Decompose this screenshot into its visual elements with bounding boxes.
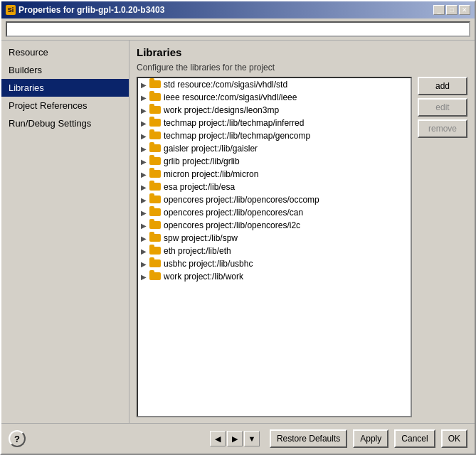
lib-name: eth project:/lib/eth <box>164 246 231 256</box>
title-bar-left: Si Properties for grlib-gpl-1.0.20-b3403 <box>6 5 164 15</box>
sidebar-item-builders[interactable]: Builders <box>1 61 129 79</box>
lib-name: grlib project:/lib/grlib <box>164 156 240 166</box>
expand-arrow-icon: ▶ <box>141 247 149 255</box>
main-panel: Libraries Configure the libraries for th… <box>129 41 475 423</box>
folder-icon <box>149 208 161 216</box>
lib-name: opencores project:/lib/opencores/occomp <box>164 195 319 205</box>
libraries-list[interactable]: ▶ std resource:/com/sigasi/vhdl/std ▶ ie… <box>137 77 412 417</box>
folder-icon <box>149 196 161 203</box>
list-item[interactable]: ▶ work project:/lib/work <box>138 270 411 283</box>
lib-name: usbhc project:/lib/usbhc <box>164 259 253 269</box>
list-item[interactable]: ▶ ieee resource:/com/sigasi/vhdl/ieee <box>138 91 411 104</box>
close-button[interactable]: ✕ <box>459 5 470 15</box>
list-item[interactable]: ▶ gaisler project:/lib/gaisler <box>138 142 411 155</box>
lib-name: techmap project:/lib/techmap/inferred <box>164 118 304 128</box>
ok-button[interactable]: OK <box>441 429 467 448</box>
nav-arrows: ◀ ▶ ▼ <box>210 431 260 446</box>
lib-name: spw project:/lib/spw <box>164 233 238 243</box>
restore-defaults-button[interactable]: Restore Defaults <box>270 429 347 448</box>
help-button[interactable]: ? <box>9 430 26 447</box>
sidebar-item-libraries[interactable]: Libraries <box>1 79 129 97</box>
cancel-button[interactable]: Cancel <box>394 429 435 448</box>
nav-forward-button[interactable]: ▶ <box>227 431 243 446</box>
lib-name: gaisler project:/lib/gaisler <box>164 144 258 154</box>
sidebar-item-run-debug[interactable]: Run/Debug Settings <box>1 114 129 132</box>
folder-icon <box>149 132 161 139</box>
expand-arrow-icon: ▶ <box>141 235 149 242</box>
folder-icon <box>149 170 161 178</box>
expand-arrow-icon: ▶ <box>141 119 149 127</box>
folder-icon <box>149 106 161 114</box>
expand-arrow-icon: ▶ <box>141 260 149 268</box>
lib-name: esa project:/lib/esa <box>164 182 235 192</box>
lib-name: work project:/designs/leon3mp <box>164 105 279 115</box>
expand-arrow-icon: ▶ <box>141 273 149 281</box>
expand-arrow-icon: ▶ <box>141 132 149 140</box>
expand-arrow-icon: ▶ <box>141 158 149 166</box>
lib-name: std resource:/com/sigasi/vhdl/std <box>164 80 287 90</box>
expand-arrow-icon: ▶ <box>141 94 149 102</box>
list-item[interactable]: ▶ esa project:/lib/esa <box>138 181 411 193</box>
list-item[interactable]: ▶ eth project:/lib/eth <box>138 245 411 257</box>
expand-arrow-icon: ▶ <box>141 183 149 191</box>
folder-icon <box>149 144 161 152</box>
expand-arrow-icon: ▶ <box>141 209 149 217</box>
search-bar <box>1 18 475 41</box>
list-item[interactable]: ▶ opencores project:/lib/opencores/occom… <box>138 193 411 206</box>
expand-arrow-icon: ▶ <box>141 171 149 178</box>
expand-arrow-icon: ▶ <box>141 81 149 89</box>
libraries-container: ▶ std resource:/com/sigasi/vhdl/std ▶ ie… <box>137 77 467 417</box>
apply-button[interactable]: Apply <box>353 429 388 448</box>
lib-name: opencores project:/lib/opencores/i2c <box>164 220 300 230</box>
list-item[interactable]: ▶ techmap project:/lib/techmap/inferred <box>138 117 411 129</box>
sidebar-item-project-references[interactable]: Project References <box>1 97 129 114</box>
title-bar: Si Properties for grlib-gpl-1.0.20-b3403… <box>1 1 475 18</box>
folder-icon <box>149 234 161 242</box>
folder-icon <box>149 80 161 88</box>
nav-dropdown-button[interactable]: ▼ <box>244 431 260 446</box>
panel-description: Configure the libraries for the project <box>137 63 467 73</box>
list-item[interactable]: ▶ std resource:/com/sigasi/vhdl/std <box>138 78 411 91</box>
edit-button[interactable]: edit <box>418 98 467 117</box>
sidebar: Resource Builders Libraries Project Refe… <box>1 41 129 423</box>
lib-name: techmap project:/lib/techmap/gencomp <box>164 131 310 141</box>
list-item[interactable]: ▶ opencores project:/lib/opencores/i2c <box>138 219 411 232</box>
dialog: Si Properties for grlib-gpl-1.0.20-b3403… <box>0 0 476 455</box>
list-item[interactable]: ▶ grlib project:/lib/grlib <box>138 155 411 168</box>
bottom-left: ? <box>9 430 204 447</box>
folder-icon <box>149 221 161 229</box>
expand-arrow-icon: ▶ <box>141 222 149 230</box>
content-area: Resource Builders Libraries Project Refe… <box>1 41 475 423</box>
app-icon: Si <box>6 5 16 15</box>
expand-arrow-icon: ▶ <box>141 145 149 153</box>
list-item[interactable]: ▶ opencores project:/lib/opencores/can <box>138 206 411 219</box>
bottom-bar: ? ◀ ▶ ▼ Restore Defaults Apply Cancel OK <box>1 423 475 454</box>
expand-arrow-icon: ▶ <box>141 107 149 114</box>
add-button[interactable]: add <box>418 77 467 95</box>
dialog-body: Resource Builders Libraries Project Refe… <box>1 18 475 454</box>
side-buttons: add edit remove <box>418 77 467 417</box>
folder-icon <box>149 272 161 280</box>
folder-icon <box>149 259 161 267</box>
nav-back-button[interactable]: ◀ <box>210 431 226 446</box>
expand-arrow-icon: ▶ <box>141 196 149 204</box>
lib-name: work project:/lib/work <box>164 272 243 282</box>
folder-icon <box>149 93 161 101</box>
minimize-button[interactable]: _ <box>433 5 445 15</box>
panel-title: Libraries <box>137 46 467 58</box>
folder-icon <box>149 157 161 165</box>
lib-name: opencores project:/lib/opencores/can <box>164 208 303 218</box>
folder-icon <box>149 247 161 255</box>
list-item[interactable]: ▶ usbhc project:/lib/usbhc <box>138 257 411 270</box>
sidebar-item-resource[interactable]: Resource <box>1 43 129 61</box>
list-item[interactable]: ▶ work project:/designs/leon3mp <box>138 104 411 117</box>
list-item[interactable]: ▶ techmap project:/lib/techmap/gencomp <box>138 129 411 142</box>
remove-button[interactable]: remove <box>418 119 467 138</box>
search-input[interactable] <box>6 21 470 37</box>
folder-icon <box>149 183 161 191</box>
maximize-button[interactable]: □ <box>446 5 458 15</box>
list-item[interactable]: ▶ micron project:/lib/micron <box>138 168 411 181</box>
lib-name: micron project:/lib/micron <box>164 169 258 179</box>
list-item[interactable]: ▶ spw project:/lib/spw <box>138 232 411 245</box>
lib-name: ieee resource:/com/sigasi/vhdl/ieee <box>164 92 297 102</box>
